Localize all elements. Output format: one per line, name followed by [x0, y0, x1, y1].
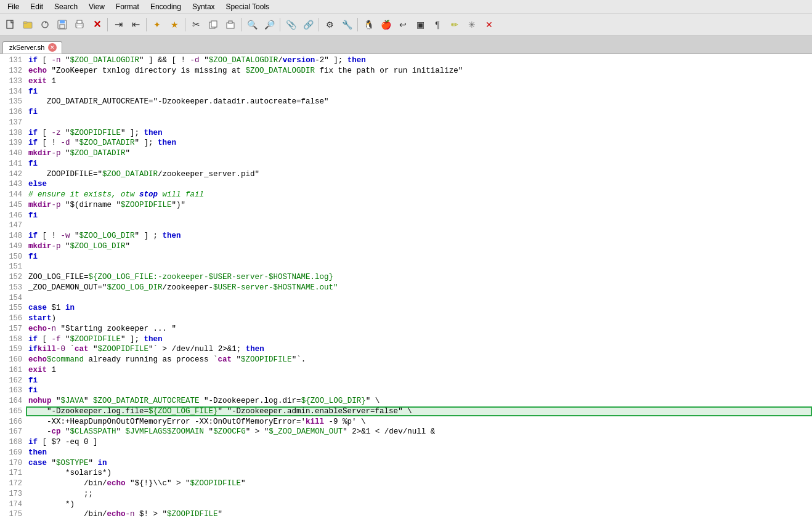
sep6 — [319, 18, 319, 31]
paste-button[interactable] — [222, 17, 238, 33]
close-btn2[interactable]: ✕ — [481, 17, 497, 33]
sep2 — [146, 18, 147, 31]
code-line[interactable]: if [ -z "$ZOOPIDFILE" ]; then — [26, 127, 812, 138]
code-line[interactable]: mkdir -p "$ZOO_DATADIR" — [26, 148, 812, 159]
menu-edit[interactable]: Edit — [25, 1, 48, 12]
clip2-button[interactable]: 🔗 — [300, 17, 316, 33]
code-line[interactable]: ;; — [26, 489, 812, 499]
menu-syntax[interactable]: Syntax — [187, 1, 220, 12]
code-line[interactable] — [26, 118, 812, 128]
line-number: 157 — [0, 324, 26, 334]
tab-zkserver[interactable]: zkServer.sh ✕ — [2, 41, 62, 54]
code-column[interactable]: if [ -n "$ZOO_DATALOGDIR" ] && [ ! -d "$… — [26, 54, 812, 521]
code-line[interactable]: exit 1 — [26, 76, 812, 87]
code-line[interactable]: ZOO_LOG_FILE=${ZOO_LOG_FILE:-zookeeper-$… — [26, 272, 812, 283]
code-line[interactable]: case $1 in — [26, 303, 812, 313]
apple-button[interactable]: 🍎 — [378, 17, 394, 33]
code-line[interactable]: if kill -0 `cat "$ZOOPIDFILE"` > /dev/nu… — [26, 344, 812, 355]
code-line[interactable]: ZOOPIDFILE="$ZOO_DATADIR/zookeeper_serve… — [26, 169, 812, 179]
code-line[interactable]: case "$OSTYPE" in — [26, 458, 812, 468]
code-line[interactable]: if [ -n "$ZOO_DATALOGDIR" ] && [ ! -d "$… — [26, 55, 812, 66]
line-number: 159 — [0, 344, 26, 355]
line-number: 163 — [0, 386, 26, 396]
svg-rect-0 — [7, 20, 13, 28]
code-line[interactable]: /bin/echo "${!}\\c" > "$ZOOPIDFILE" — [26, 479, 812, 489]
new-file-button[interactable] — [2, 17, 18, 33]
menu-format[interactable]: Format — [111, 1, 144, 12]
bookmark-button[interactable]: ✦ — [149, 17, 165, 33]
save-button[interactable] — [54, 17, 70, 33]
code-line[interactable] — [26, 293, 812, 303]
copy-button[interactable] — [205, 17, 221, 33]
code-line[interactable]: -cp "$CLASSPATH" $JVMFLAGS $ZOOMAIN "$ZO… — [26, 427, 812, 437]
unindent-button[interactable]: ⇤ — [128, 17, 144, 33]
menu-special-tools[interactable]: Special Tools — [221, 1, 275, 12]
extra-button[interactable]: ✳ — [464, 17, 480, 33]
code-line[interactable]: mkdir -p "$ZOO_LOG_DIR" — [26, 241, 812, 252]
code-line[interactable]: echo -n "Starting zookeeper ... " — [26, 324, 812, 334]
line-number: 150 — [0, 251, 26, 262]
menu-bar: File Edit Search View Format Encoding Sy… — [0, 0, 812, 14]
code-line[interactable]: fi — [26, 86, 812, 97]
highlight-button[interactable]: ✏ — [447, 17, 463, 33]
print-button[interactable] — [71, 17, 87, 33]
code-line[interactable] — [26, 262, 812, 272]
code-line[interactable]: fi — [26, 386, 812, 396]
bookmark2-button[interactable]: ★ — [166, 17, 182, 33]
line-number: 156 — [0, 313, 26, 324]
code-line[interactable]: start) — [26, 313, 812, 324]
clip-button[interactable]: 📎 — [283, 17, 299, 33]
line-number: 131 — [0, 55, 26, 66]
toggle-button[interactable]: ▣ — [412, 17, 428, 33]
code-line[interactable]: if [ ! -d "$ZOO_DATADIR" ]; then — [26, 138, 812, 148]
code-line[interactable]: /bin/echo -n $! > "$ZOOPIDFILE" — [26, 509, 812, 520]
find-button[interactable]: 🔍 — [244, 17, 260, 33]
code-line[interactable]: # ensure it exists, otw stop will fail — [26, 190, 812, 200]
line-number: 171 — [0, 468, 26, 479]
code-line[interactable]: fi — [26, 107, 812, 118]
code-line[interactable]: fi — [26, 375, 812, 386]
pilcrow-button[interactable]: ¶ — [429, 17, 445, 33]
macro2-button[interactable]: 🔧 — [339, 17, 355, 33]
code-line[interactable]: if [ $? -eq 0 ] — [26, 437, 812, 448]
code-line[interactable]: echo $command already running as process… — [26, 355, 812, 365]
open-file-button[interactable] — [20, 17, 36, 33]
code-line[interactable]: exit 1 — [26, 365, 812, 376]
line-number: 152 — [0, 272, 26, 283]
code-line[interactable]: fi — [26, 210, 812, 220]
code-line[interactable]: if [ -f "$ZOOPIDFILE" ]; then — [26, 334, 812, 344]
code-line[interactable]: mkdir -p "$(dirname "$ZOOPIDFILE")" — [26, 200, 812, 211]
menu-view[interactable]: View — [84, 1, 110, 12]
code-line[interactable]: if [ ! -w "$ZOO_LOG_DIR" ] ; then — [26, 231, 812, 241]
linux-button[interactable]: 🐧 — [360, 17, 376, 33]
code-line[interactable]: echo "ZooKeeper txnlog directory is miss… — [26, 66, 812, 76]
indent-button[interactable]: ⇥ — [110, 17, 126, 33]
cut-button[interactable]: ✂ — [188, 17, 204, 33]
code-line[interactable]: fi — [26, 251, 812, 262]
tab-close-button[interactable]: ✕ — [48, 43, 57, 52]
code-line[interactable]: -XX:+HeapDumpOnOutOfMemoryError -XX:OnOu… — [26, 416, 812, 427]
line-number: 133 — [0, 76, 26, 87]
code-line[interactable]: ZOO_DATADIR_AUTOCREATE="-Dzookeeper.data… — [26, 97, 812, 107]
code-line[interactable] — [26, 220, 812, 231]
code-line[interactable]: nohup "$JAVA" $ZOO_DATADIR_AUTOCREATE "-… — [26, 396, 812, 406]
undo-button[interactable]: ↩ — [395, 17, 411, 33]
close-x-button[interactable]: ✕ — [89, 17, 105, 33]
reload-button[interactable] — [37, 17, 53, 33]
menu-search[interactable]: Search — [49, 1, 83, 12]
svg-rect-11 — [211, 21, 217, 27]
line-number: 154 — [0, 293, 26, 303]
macro-button[interactable]: ⚙ — [322, 17, 338, 33]
code-line[interactable]: else — [26, 179, 812, 190]
line-number: 139 — [0, 138, 26, 148]
menu-encoding[interactable]: Encoding — [145, 1, 186, 12]
code-line[interactable]: *solaris*) — [26, 468, 812, 479]
code-line[interactable]: "-Dzookeeper.log.file=${ZOO_LOG_FILE}" "… — [26, 406, 812, 417]
menu-file[interactable]: File — [2, 1, 24, 12]
code-line[interactable]: *) — [26, 499, 812, 509]
line-number: 155 — [0, 303, 26, 313]
code-line[interactable]: then — [26, 448, 812, 458]
find-next-button[interactable]: 🔎 — [261, 17, 277, 33]
code-line[interactable]: fi — [26, 159, 812, 169]
code-line[interactable]: _ZOO_DAEMON_OUT="$ZOO_LOG_DIR/zookeeper-… — [26, 283, 812, 293]
